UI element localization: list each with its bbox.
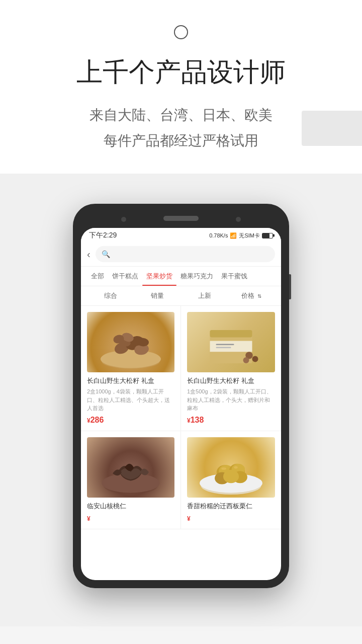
category-tab-nuts[interactable]: 坚果炒货 xyxy=(142,267,176,286)
product-card-4[interactable]: 香甜粉糯的迁西板栗仁 xyxy=(181,431,281,529)
category-tab-dried[interactable]: 果干蜜饯 xyxy=(217,267,251,286)
product-price-3 xyxy=(87,514,174,523)
price-sort-arrow: ⇅ xyxy=(257,293,261,299)
sort-tabs: 综合 销量 上新 价格 ⇅ xyxy=(81,286,281,306)
phone-section: 下午2:29 0.78K/s 📶 无SIM卡 ‹ 🔍 xyxy=(0,174,362,626)
walnut-svg xyxy=(87,437,174,498)
category-tabs: 全部 饼干糕点 坚果炒货 糖果巧克力 果干蜜饯 xyxy=(81,267,281,286)
product-title-3: 临安山核桃仁 xyxy=(87,502,174,511)
search-input-field[interactable]: 🔍 xyxy=(96,246,275,262)
sort-tab-sales[interactable]: 销量 xyxy=(134,286,182,305)
phone-top-bar xyxy=(81,212,281,228)
phone-sensor xyxy=(236,217,241,222)
svg-point-14 xyxy=(252,356,258,362)
product-desc-1: 2盒1000g，4袋装，颗颗人工开口、粒粒人工精选、个头超大，送人首选 xyxy=(87,387,174,413)
product-price-1: 286 xyxy=(87,416,174,425)
svg-point-28 xyxy=(223,470,239,483)
subtitle-line2: 每件产品都经过严格试用 xyxy=(104,133,258,148)
nuts-bowl-svg xyxy=(87,312,174,372)
product-title-2: 长白山野生大松籽 礼盒 xyxy=(187,376,275,385)
sim-status: 无SIM卡 xyxy=(239,232,260,239)
network-speed: 0.78K/s xyxy=(209,232,228,238)
product-price-4 xyxy=(187,514,275,523)
category-tab-candy[interactable]: 糖果巧克力 xyxy=(176,267,217,286)
back-button[interactable]: ‹ xyxy=(87,249,90,260)
product-image-1 xyxy=(87,312,174,372)
status-time: 下午2:29 xyxy=(89,231,117,240)
product-card-1[interactable]: 长白山野生大松籽 礼盒 2盒1000g，4袋装，颗颗人工开口、粒粒人工精选、个头… xyxy=(81,306,181,431)
product-title-4: 香甜粉糯的迁西板栗仁 xyxy=(187,502,275,511)
sort-tab-price[interactable]: 价格 ⇅ xyxy=(228,286,276,305)
sort-tab-newest[interactable]: 上新 xyxy=(181,286,228,305)
circle-icon xyxy=(174,25,188,39)
main-title: 上千个产品设计师 xyxy=(20,56,342,88)
phone-screen: 下午2:29 0.78K/s 📶 无SIM卡 ‹ 🔍 xyxy=(81,228,281,580)
product-image-2 xyxy=(187,312,275,372)
battery-icon xyxy=(262,233,273,238)
svg-point-1 xyxy=(101,350,161,368)
search-bar: ‹ 🔍 xyxy=(81,242,281,267)
phone-side-button xyxy=(289,274,291,299)
product-price-2: 138 xyxy=(187,416,275,425)
svg-point-15 xyxy=(243,357,249,363)
svg-rect-11 xyxy=(210,330,252,337)
svg-point-30 xyxy=(234,466,238,468)
product-title-1: 长白山野生大松籽 礼盒 xyxy=(87,376,174,385)
search-icon: 🔍 xyxy=(102,250,110,258)
product-card-2[interactable]: 长白山野生大松籽 礼盒 1盒500g，2袋装，颗颗人工开口、粒粒人工精选，个头大… xyxy=(181,306,281,431)
phone-camera xyxy=(121,217,126,222)
sort-tab-comprehensive[interactable]: 综合 xyxy=(87,286,134,305)
category-tab-biscuit[interactable]: 饼干糕点 xyxy=(108,267,142,286)
battery-fill xyxy=(262,233,269,238)
status-bar: 下午2:29 0.78K/s 📶 无SIM卡 xyxy=(81,228,281,242)
top-section: 上千个产品设计师 来自大陆、台湾、日本、欧美 每件产品都经过严格试用 xyxy=(0,0,362,174)
product-image-3 xyxy=(87,437,174,498)
svg-rect-12 xyxy=(210,341,252,352)
chestnut-svg xyxy=(187,437,275,498)
phone-mockup: 下午2:29 0.78K/s 📶 无SIM卡 ‹ 🔍 xyxy=(73,204,289,588)
subtitle: 来自大陆、台湾、日本、欧美 每件产品都经过严格试用 xyxy=(20,103,342,153)
subtitle-line1: 来自大陆、台湾、日本、欧美 xyxy=(89,107,273,123)
wifi-icon: 📶 xyxy=(230,232,237,239)
box-svg xyxy=(187,312,275,372)
phone-speaker xyxy=(163,216,199,221)
product-grid: 长白山野生大松籽 礼盒 2盒1000g，4袋装，颗颗人工开口、粒粒人工精选、个头… xyxy=(81,306,281,529)
svg-rect-16 xyxy=(216,344,234,345)
status-right: 0.78K/s 📶 无SIM卡 xyxy=(209,232,273,239)
product-card-3[interactable]: 临安山核桃仁 xyxy=(81,431,181,529)
product-desc-2: 1盒500g，2袋装，颗颗人工开口、粒粒人工精选，个头大，赠剥片和麻布 xyxy=(187,387,275,413)
product-image-4 xyxy=(187,437,275,498)
gray-accent-bar xyxy=(302,111,362,146)
svg-rect-17 xyxy=(216,347,231,348)
category-tab-all[interactable]: 全部 xyxy=(87,267,108,286)
svg-point-29 xyxy=(221,467,226,470)
